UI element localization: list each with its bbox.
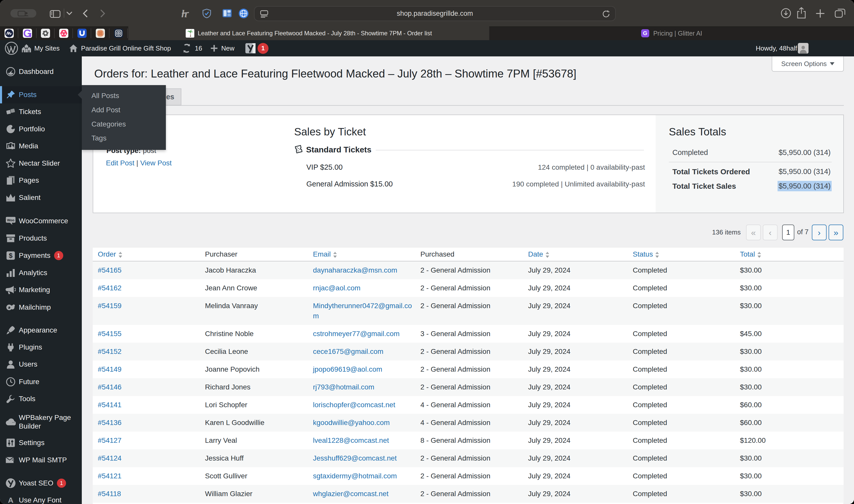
- svg-text:Woo: Woo: [7, 218, 15, 222]
- svg-text:$: $: [9, 252, 13, 259]
